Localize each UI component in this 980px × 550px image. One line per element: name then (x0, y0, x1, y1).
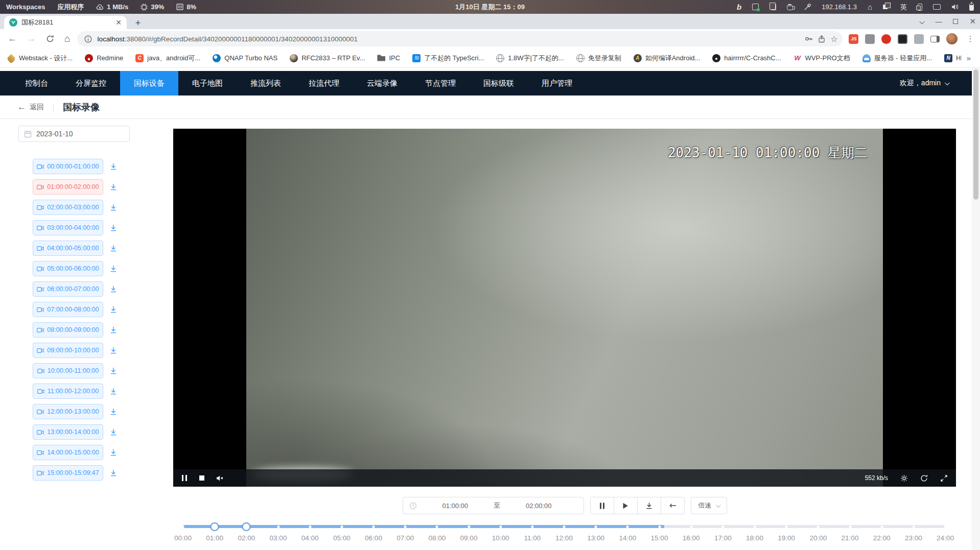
bing-tray-icon[interactable]: b (737, 3, 741, 11)
coffee-tray-icon[interactable] (787, 6, 793, 10)
time-range-input[interactable]: 01:00:00 至 02:00:00 (403, 497, 584, 514)
segment-play-button[interactable]: 08:00:00-09:00:00 (33, 322, 103, 338)
bookmark-item[interactable]: 1.8W字|了不起的... (496, 54, 564, 63)
browser-tab[interactable]: 国标28181 ✕ (4, 16, 127, 29)
nav-tab[interactable]: 控制台 (11, 71, 62, 95)
clipboard-tray-icon[interactable] (771, 4, 776, 10)
window-maximize-button[interactable] (953, 19, 958, 24)
segment-download-button[interactable] (109, 326, 118, 334)
stop-icon[interactable] (199, 475, 205, 481)
fullscreen-icon[interactable] (940, 474, 948, 482)
bookmark-item[interactable]: 服务器 - 轻量应用... (862, 54, 932, 63)
segment-download-button[interactable] (109, 183, 118, 191)
nav-tab[interactable]: 云端录像 (353, 71, 411, 95)
back-link[interactable]: ← 返回 (17, 102, 44, 112)
nav-tab[interactable]: 国标级联 (470, 71, 528, 95)
segment-download-button[interactable] (109, 265, 118, 273)
password-key-icon[interactable] (805, 35, 813, 42)
segment-download-button[interactable] (109, 428, 118, 436)
app-window-tray-icon[interactable] (752, 4, 759, 10)
home-button[interactable]: ⌂ (64, 33, 70, 44)
segment-play-button[interactable]: 12:00:00-13:00:00 (33, 404, 103, 419)
bookmark-item[interactable]: java、android可... (135, 54, 200, 63)
segment-play-button[interactable]: 14:00:00-15:00:00 (33, 445, 103, 460)
home-tray-icon[interactable]: ⌂ (868, 3, 872, 11)
browser-menu-icon[interactable]: ⋮ (964, 34, 979, 43)
segment-download-button[interactable] (109, 162, 118, 171)
timeline-handle-end[interactable] (242, 522, 251, 531)
display-tray-icon[interactable] (933, 4, 941, 10)
segment-download-button[interactable] (109, 203, 118, 211)
segment-play-button[interactable]: 01:00:00-02:00:00 (33, 179, 103, 195)
segment-play-button[interactable]: 02:00:00-03:00:00 (33, 200, 103, 215)
back-button[interactable]: ← (8, 34, 17, 44)
bookmark-item[interactable]: 免登录复制 (576, 54, 621, 63)
seek-back-button[interactable] (661, 497, 685, 514)
settings-gear-icon[interactable] (900, 474, 908, 482)
extension-gray-icon[interactable] (865, 34, 875, 44)
ip-address-indicator[interactable]: 192.168.1.3 (822, 3, 857, 11)
nav-tab[interactable]: 电子地图 (178, 71, 237, 95)
refresh-icon[interactable] (920, 474, 928, 482)
segment-play-button[interactable]: 00:00:00-01:00:00 (33, 159, 103, 174)
phone-link-tray-icon[interactable] (918, 4, 922, 11)
segment-play-button[interactable]: 11:00:00-12:00:00 (33, 384, 103, 399)
date-picker-input[interactable]: 2023-01-10 (18, 126, 130, 142)
scrollbar-thumb[interactable] (973, 69, 978, 200)
extension-red-icon[interactable] (881, 34, 891, 44)
play-button[interactable] (614, 497, 638, 514)
bookmark-item[interactable]: IPC (377, 54, 400, 62)
segment-play-button[interactable]: 15:00:00-15:09:47 (33, 465, 103, 481)
segment-download-button[interactable] (109, 408, 118, 416)
segment-play-button[interactable]: 05:00:00-06:00:00 (33, 261, 103, 276)
share-icon[interactable] (818, 35, 825, 43)
volume-tray-icon[interactable] (951, 4, 959, 10)
nav-tab[interactable]: 推流列表 (237, 71, 295, 95)
segment-play-button[interactable]: 13:00:00-14:00:00 (33, 424, 103, 440)
address-bar[interactable]: localhost:38080/#/gbRecordDetail/3402000… (77, 31, 843, 46)
tab-search-icon[interactable] (920, 19, 925, 24)
network-speed-indicator[interactable]: 1 MB/s (96, 3, 128, 11)
bookmark-item[interactable]: 如何编译Android... (634, 54, 701, 63)
segment-download-button[interactable] (109, 224, 118, 232)
start-time-value[interactable]: 01:00:00 (417, 502, 494, 510)
segment-download-button[interactable] (109, 469, 118, 477)
desktop-clock[interactable]: 1月10日 星期二 15：09 (455, 3, 525, 12)
segment-play-button[interactable]: 03:00:00-04:00:00 (33, 220, 103, 235)
bookmark-item[interactable]: HDAtmos :: 种子 *... (944, 54, 962, 63)
pause-icon[interactable] (181, 474, 188, 482)
profile-avatar[interactable] (946, 33, 958, 44)
side-panel-icon[interactable] (930, 36, 940, 42)
bookmark-item[interactable]: QNAP Turbo NAS (213, 54, 277, 62)
applications-button[interactable]: 应用程序 (57, 3, 84, 12)
bookmark-item[interactable]: hairrrrr/C-CrashC... (712, 54, 781, 62)
nav-tab[interactable]: 国标设备 (120, 71, 178, 95)
bookmark-item[interactable]: 了不起的 TypeScri... (412, 54, 484, 63)
download-button[interactable] (637, 497, 661, 514)
nav-tab[interactable]: 拉流代理 (295, 71, 353, 95)
segment-play-button[interactable]: 09:00:00-10:00:00 (33, 343, 103, 358)
window-close-button[interactable]: ✕ (969, 17, 976, 26)
segment-download-button[interactable] (109, 244, 118, 252)
user-menu[interactable]: 欢迎，admin (900, 71, 980, 95)
playback-speed-dropdown[interactable]: 倍速 (691, 497, 727, 514)
segment-play-button[interactable]: 10:00:00-11:00:00 (33, 363, 103, 378)
extension-js-icon[interactable]: JS (849, 34, 858, 44)
window-minimize-button[interactable]: — (935, 18, 942, 26)
segment-download-button[interactable] (109, 305, 118, 314)
nav-tab[interactable]: 用户管理 (528, 71, 586, 95)
color-picker-tray-icon[interactable] (804, 4, 811, 11)
bookmarks-overflow-button[interactable]: » (962, 54, 980, 62)
battery-indicator[interactable] (969, 4, 974, 11)
windows-tray-icon[interactable] (883, 5, 888, 9)
timeline-handle-start[interactable] (211, 522, 219, 531)
forward-button[interactable]: → (27, 34, 36, 44)
nav-tab[interactable]: 节点管理 (411, 71, 470, 95)
site-info-icon[interactable] (84, 35, 92, 43)
mute-icon[interactable] (216, 475, 224, 482)
memory-usage-indicator[interactable]: 8% (176, 3, 196, 11)
workspaces-button[interactable]: Workspaces (6, 3, 45, 11)
bookmark-item[interactable]: Webstack - 设计... (7, 54, 73, 63)
segment-download-button[interactable] (109, 367, 118, 375)
segment-play-button[interactable]: 06:00:00-07:00:00 (33, 281, 103, 297)
